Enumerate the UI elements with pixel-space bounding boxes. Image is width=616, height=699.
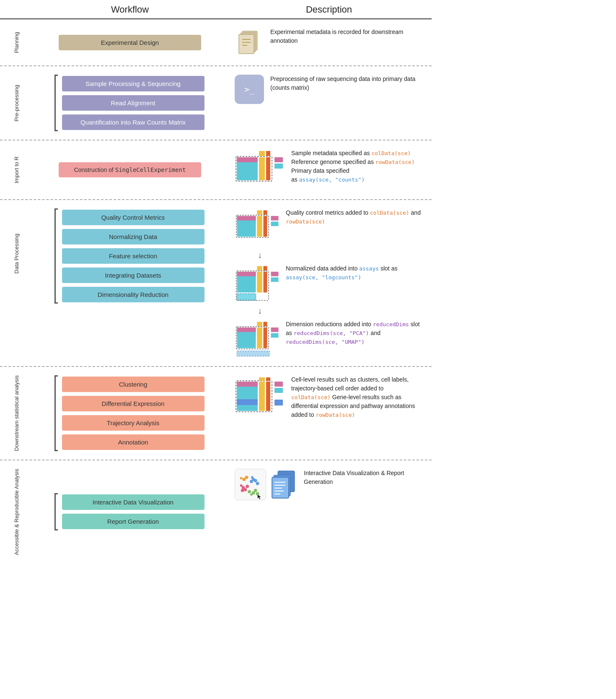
accessible-workflow: Interactive Data Visualization Report Ge…	[34, 469, 226, 555]
normalizing-data-box: Normalizing Data	[62, 229, 204, 244]
svg-rect-13	[266, 151, 270, 156]
dp-entry-3: Dimension reductions added into reducedD…	[235, 320, 423, 358]
svg-rect-36	[271, 278, 279, 282]
svg-rect-10	[237, 163, 258, 167]
planning-label-col: Planning	[0, 28, 34, 57]
dp-matrix-1	[235, 208, 281, 246]
planning-description: Experimental metadata is recorded for do…	[226, 28, 432, 57]
downstream-group: Clustering Differential Expression Traje…	[54, 375, 205, 451]
svg-rect-58	[274, 388, 283, 393]
svg-rect-9	[237, 157, 258, 162]
raw-counts-box: Quantification into Raw Counts Matrix	[62, 114, 204, 130]
preprocessing-label: Pre-processing	[13, 85, 21, 121]
data-processing-group: Quality Control Metrics Normalizing Data…	[54, 208, 205, 304]
svg-rect-31	[237, 294, 256, 300]
accessible-description: Interactive Data Visualization & Report …	[226, 469, 432, 555]
svg-rect-46	[271, 333, 279, 338]
svg-rect-34	[264, 266, 267, 271]
sce-construction-box: Construction of SingleCellExperiment	[59, 162, 201, 177]
svg-rect-15	[274, 164, 283, 169]
downstream-description: Cell-level results such as clusters, cel…	[226, 375, 432, 451]
svg-point-73	[254, 489, 257, 492]
svg-rect-7	[259, 157, 265, 180]
preprocessing-boxes: Sample Processing & Sequencing Read Alig…	[56, 75, 204, 131]
section-data-processing: Data Processing Quality Control Metrics …	[0, 200, 432, 367]
svg-rect-38	[257, 327, 262, 348]
svg-point-62	[243, 488, 247, 491]
dp-desc-3: Dimension reductions added into reducedD…	[286, 320, 423, 346]
svg-point-77	[245, 476, 248, 479]
svg-point-68	[254, 479, 257, 482]
feature-selection-box: Feature selection	[62, 248, 204, 264]
svg-rect-14	[274, 157, 283, 162]
svg-rect-43	[257, 322, 262, 327]
scatter-plot-icon	[235, 469, 266, 500]
sce-matrix-icon	[235, 149, 285, 191]
read-alignment-box: Read Alignment	[62, 95, 204, 111]
import-description: Sample metadata specified as colData(sce…	[226, 149, 432, 191]
svg-point-74	[250, 493, 253, 496]
dimensionality-reduction-box: Dimensionality Reduction	[62, 287, 204, 302]
svg-rect-56	[266, 377, 270, 381]
dp-desc-2: Normalized data added into assays slot a…	[286, 264, 423, 282]
accessible-desc-text: Interactive Data Visualization & Report …	[304, 469, 423, 486]
section-planning: Planning Experimental Design Experimenta…	[0, 19, 432, 66]
description-header: Description	[226, 4, 432, 15]
svg-rect-50	[266, 382, 270, 411]
dp-entry-1: Quality control metrics added to colData…	[235, 208, 423, 246]
svg-rect-8	[266, 157, 270, 180]
accessible-bracket	[54, 493, 58, 530]
data-processing-boxes: Quality Control Metrics Normalizing Data…	[56, 208, 204, 304]
svg-rect-52	[237, 387, 258, 391]
svg-rect-40	[237, 327, 256, 332]
svg-rect-25	[271, 222, 279, 226]
report-generation-box: Report Generation	[62, 514, 204, 529]
svg-rect-41	[237, 333, 256, 336]
section-import: Import to R Construction of SingleCellEx…	[0, 140, 432, 200]
section-preprocessing: Pre-processing Sample Processing & Seque…	[0, 66, 432, 140]
downstream-matrix-icon	[235, 375, 285, 421]
dp-entry-2: Normalized data added into assays slot a…	[235, 264, 423, 302]
dp-matrix-2	[235, 264, 281, 302]
section-downstream: Downstream statistical analysis Clusteri…	[0, 367, 432, 460]
svg-rect-28	[264, 272, 267, 293]
svg-rect-35	[271, 272, 279, 276]
experimental-design-box: Experimental Design	[59, 35, 201, 50]
preprocessing-label-col: Pre-processing	[0, 75, 34, 131]
downstream-boxes: Clustering Differential Expression Traje…	[56, 375, 204, 451]
svg-point-71	[248, 490, 251, 494]
svg-rect-19	[237, 216, 256, 221]
svg-rect-44	[264, 322, 267, 327]
svg-rect-2	[239, 34, 254, 54]
dp-arrow-1: ↓	[258, 250, 262, 260]
accessible-icons	[235, 469, 298, 500]
integrating-datasets-box: Integrating Datasets	[62, 268, 204, 283]
terminal-text: >_	[244, 84, 254, 94]
svg-point-64	[246, 485, 249, 488]
downstream-workflow: Clustering Differential Expression Traje…	[34, 375, 226, 451]
import-workflow: Construction of SingleCellExperiment	[34, 149, 226, 191]
svg-rect-29	[237, 272, 256, 276]
section-accessible: Accessible & Reproducible Analysis Inter…	[0, 460, 432, 564]
svg-rect-18	[264, 216, 267, 237]
docs-icon	[235, 28, 264, 57]
terminal-icon: >_	[235, 75, 264, 104]
data-processing-workflow: Quality Control Metrics Normalizing Data…	[34, 208, 226, 304]
import-desc-text: Sample metadata specified as colData(sce…	[291, 149, 423, 184]
svg-point-63	[241, 489, 244, 492]
downstream-label: Downstream statistical analysis	[13, 375, 21, 451]
svg-rect-39	[264, 327, 267, 348]
diff-expression-box: Differential Expression	[62, 396, 204, 411]
downstream-desc-text: Cell-level results such as clusters, cel…	[291, 375, 423, 419]
data-processing-description: Quality control metrics added to colData…	[226, 208, 432, 358]
header-row: Workflow Description	[0, 4, 432, 19]
planning-workflow: Experimental Design	[34, 28, 226, 57]
dp-arrow-2: ↓	[258, 306, 262, 316]
annotation-box: Annotation	[62, 434, 204, 450]
svg-rect-30	[237, 277, 256, 281]
accessible-group: Interactive Data Visualization Report Ge…	[54, 493, 205, 530]
preprocessing-group: Sample Processing & Sequencing Read Alig…	[54, 75, 205, 131]
import-label: Import to R	[13, 156, 21, 183]
svg-point-69	[251, 476, 254, 479]
report-icon	[270, 469, 298, 500]
